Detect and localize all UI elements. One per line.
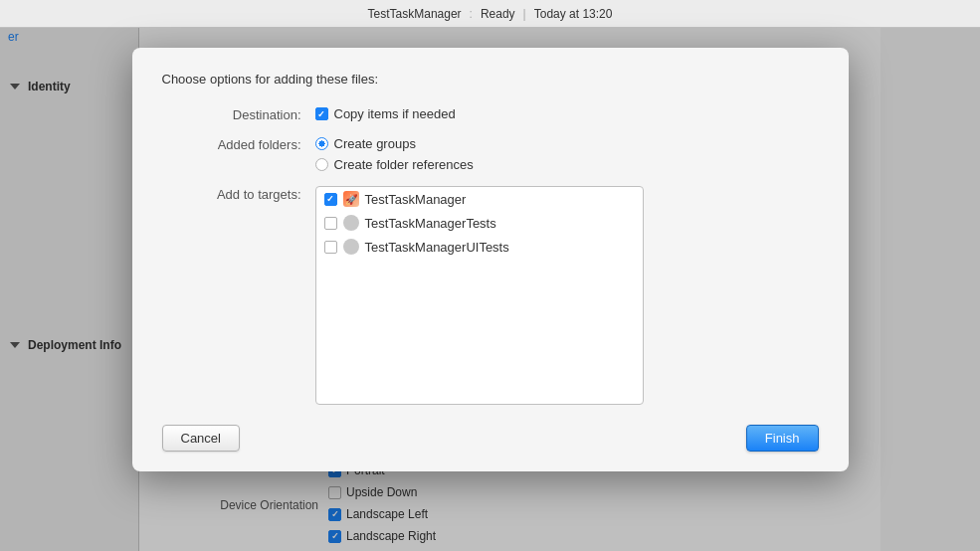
destination-content: Copy items if needed xyxy=(315,106,819,121)
modal-title: Choose options for adding these files: xyxy=(162,72,819,87)
test-icon-1 xyxy=(343,215,359,231)
add-to-targets-label: Add to targets: xyxy=(162,186,301,202)
title-pipe: | xyxy=(523,7,526,21)
modal-overlay: Choose options for adding these files: D… xyxy=(0,28,980,551)
destination-checkbox-row[interactable]: Copy items if needed xyxy=(315,106,819,121)
title-bar: TestTaskManager : Ready | Today at 13:20 xyxy=(0,0,980,28)
destination-label: Destination: xyxy=(162,106,301,122)
title-status: Ready xyxy=(481,7,515,21)
added-folders-row: Added folders: Create groups Create fold… xyxy=(162,136,819,172)
create-folder-refs-label: Create folder references xyxy=(334,157,474,172)
target-1-checkbox[interactable] xyxy=(324,217,337,230)
test-icon-2 xyxy=(343,239,359,255)
title-separator: : xyxy=(470,7,473,21)
destination-row: Destination: Copy items if needed xyxy=(162,106,819,122)
add-to-targets-row: Add to targets: 🚀 TestTaskManager xyxy=(162,186,819,405)
create-folder-refs-radio[interactable] xyxy=(315,158,328,171)
target-item-0[interactable]: 🚀 TestTaskManager xyxy=(316,187,643,211)
modal-body: Destination: Copy items if needed Added … xyxy=(162,106,819,405)
target-0-icon: 🚀 xyxy=(343,191,359,207)
destination-text: Copy items if needed xyxy=(334,106,456,121)
create-groups-radio[interactable] xyxy=(315,137,328,150)
create-groups-label: Create groups xyxy=(334,136,416,151)
added-folders-content: Create groups Create folder references xyxy=(315,136,819,172)
targets-box: 🚀 TestTaskManager TestTaskManagerTests xyxy=(315,186,644,405)
target-2-checkbox[interactable] xyxy=(324,241,337,254)
title-time: Today at 13:20 xyxy=(534,7,613,21)
modal-dialog: Choose options for adding these files: D… xyxy=(132,48,849,471)
target-item-1[interactable]: TestTaskManagerTests xyxy=(316,211,643,235)
target-2-name: TestTaskManagerUITests xyxy=(365,240,509,255)
target-1-icon xyxy=(343,215,359,231)
target-0-checkbox[interactable] xyxy=(324,193,337,206)
create-groups-row[interactable]: Create groups xyxy=(315,136,819,151)
modal-footer: Cancel Finish xyxy=(162,425,819,452)
target-item-2[interactable]: TestTaskManagerUITests xyxy=(316,235,643,259)
cancel-button[interactable]: Cancel xyxy=(162,425,240,452)
finish-button[interactable]: Finish xyxy=(746,425,819,452)
app-icon: 🚀 xyxy=(343,191,359,207)
destination-checkbox[interactable] xyxy=(315,107,328,120)
added-folders-label: Added folders: xyxy=(162,136,301,152)
target-1-name: TestTaskManagerTests xyxy=(365,216,496,231)
title-app-name: TestTaskManager xyxy=(368,7,462,21)
create-folder-refs-row[interactable]: Create folder references xyxy=(315,157,819,172)
target-0-name: TestTaskManager xyxy=(365,192,467,207)
target-2-icon xyxy=(343,239,359,255)
